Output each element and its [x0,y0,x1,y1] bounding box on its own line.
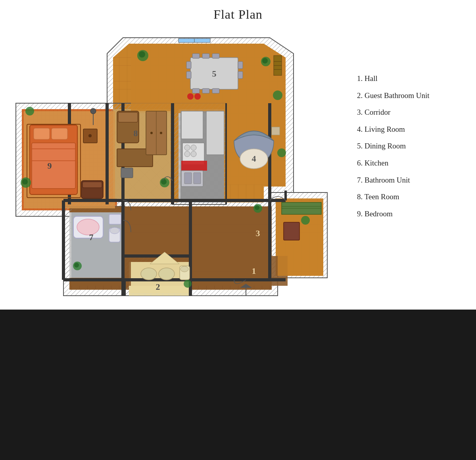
svg-point-152 [187,93,194,100]
floor-plan-container: 5 4 [8,26,353,304]
legend-label-8: Teen Room [365,192,399,201]
svg-rect-67 [212,54,219,58]
svg-point-108 [150,132,153,134]
svg-point-126 [25,107,34,115]
svg-text:2: 2 [156,282,160,292]
floor-plan-svg: 5 4 [8,26,341,300]
legend-item-1: 1. Hall [357,73,464,84]
svg-point-118 [88,134,92,137]
legend-item-5: 5. Dining Room [357,141,464,152]
svg-point-157 [255,205,259,210]
legend-label-4: Living Room [365,125,405,133]
legend-label-3: Corridor [365,108,390,116]
legend-label-5: Dining Room [365,142,406,150]
svg-point-90 [191,145,196,150]
legend-item-9: 9. Bedroom [357,209,464,219]
svg-text:9: 9 [48,161,52,171]
legend-item-6: 6. Kitchen [357,158,464,169]
svg-point-87 [277,148,286,157]
svg-text:4: 4 [252,154,256,164]
legend-number-7: 7. [357,176,365,184]
svg-rect-69 [202,89,209,93]
svg-rect-86 [272,127,280,135]
svg-point-91 [184,151,190,157]
legend-item-8: 8. Teen Room [357,192,464,202]
legend-number-9: 9. [357,210,365,218]
legend-number-5: 5. [357,142,365,150]
svg-text:5: 5 [212,69,217,79]
svg-point-153 [194,93,201,100]
svg-point-158 [273,90,282,100]
svg-rect-72 [186,71,191,79]
legend-label-6: Kitchen [365,159,388,167]
svg-rect-94 [181,111,203,139]
svg-point-129 [77,219,99,235]
legend-item-4: 4. Living Room [357,124,464,135]
svg-text:3: 3 [256,228,260,238]
svg-point-89 [184,145,190,150]
legend-item-2: 2. Guest Bathroom Unit [357,90,464,101]
content-area: 5 4 [0,26,476,304]
svg-rect-70 [212,89,219,93]
svg-rect-74 [238,71,243,79]
svg-rect-112 [34,128,50,139]
svg-rect-96 [184,173,192,184]
legend-number-1: 1. [357,74,365,83]
legend-number-3: 3. [357,108,365,116]
svg-point-137 [159,268,175,280]
svg-rect-113 [52,128,67,139]
legend: 1. Hall 2. Guest Bathroom Unit 3. Corrid… [357,73,464,225]
svg-point-101 [161,179,167,185]
svg-point-109 [160,132,162,134]
svg-rect-73 [238,62,243,69]
svg-rect-68 [192,89,200,93]
svg-point-77 [139,51,145,58]
svg-text:7: 7 [89,232,94,242]
svg-rect-97 [194,173,201,184]
svg-rect-132 [109,214,121,224]
svg-text:8: 8 [134,128,138,138]
legend-label-2: Guest Bathroom Unit [365,91,430,100]
svg-rect-114 [32,143,75,189]
svg-rect-71 [186,62,191,69]
legend-label-1: Hall [365,74,378,83]
svg-point-141 [184,280,192,288]
svg-point-79 [262,58,268,64]
svg-point-149 [301,216,310,225]
svg-rect-66 [202,54,209,58]
svg-point-125 [22,179,28,185]
top-section: Flat Plan [0,0,476,310]
legend-item-3: 3. Corridor [357,107,464,118]
svg-rect-93 [181,161,207,171]
page-title: Flat Plan [0,0,476,22]
legend-label-7: Bathroom Unit [365,176,410,184]
svg-point-134 [74,263,79,268]
legend-number-8: 8. [357,192,365,201]
svg-rect-148 [284,222,299,240]
legend-label-9: Bedroom [365,210,393,218]
svg-point-136 [141,268,157,280]
svg-rect-103 [118,112,138,122]
svg-rect-105 [121,168,133,178]
legend-item-7: 7. Bathroom Unit [357,175,464,186]
bottom-section [0,310,476,460]
legend-number-4: 4. [357,125,365,133]
svg-rect-65 [192,54,200,58]
svg-point-139 [180,266,188,272]
svg-rect-99 [206,111,224,155]
legend-number-6: 6. [357,159,365,167]
svg-point-131 [110,227,119,234]
svg-text:1: 1 [252,266,256,276]
svg-point-122 [90,108,96,114]
legend-number-2: 2. [357,91,365,100]
svg-point-92 [191,151,196,157]
svg-rect-121 [83,182,102,188]
